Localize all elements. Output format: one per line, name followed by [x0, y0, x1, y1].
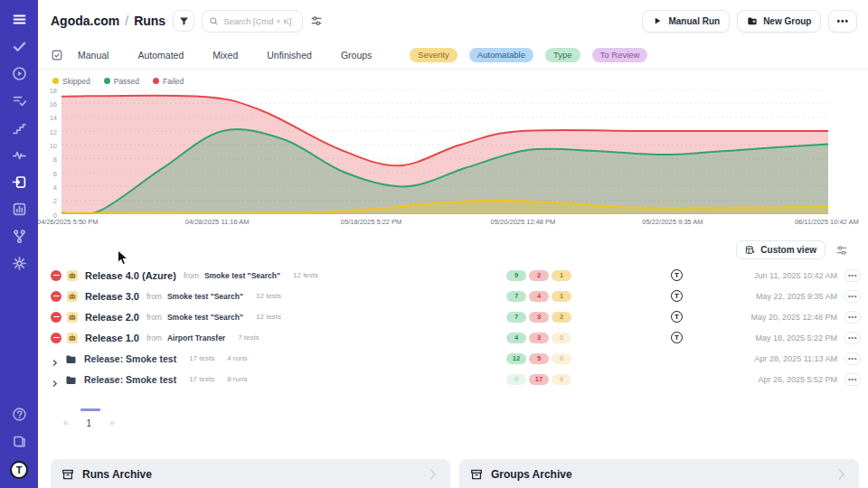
sidebar-runs-play-icon[interactable]: [12, 66, 27, 81]
y-tick: 10: [50, 142, 57, 150]
select-runs-icon[interactable]: [51, 49, 63, 61]
tab-manual[interactable]: Manual: [78, 50, 108, 61]
skipped-count-badge: 2: [552, 312, 571, 323]
group-title[interactable]: Release: Smoke test: [84, 353, 176, 364]
y-tick: 16: [50, 100, 57, 108]
reporter-logo-icon: T: [671, 269, 683, 281]
failed-count-badge: 3: [529, 333, 549, 343]
row-more-button[interactable]: •••: [844, 311, 861, 324]
chart-section: SkippedPassedFailed 024681012141618 04/2…: [38, 70, 868, 230]
legend-skipped[interactable]: Skipped: [52, 77, 90, 86]
result-badges: 430: [506, 333, 571, 343]
search-input[interactable]: [223, 16, 296, 26]
x-tick: 05/22/2025 9:35 AM: [642, 218, 703, 226]
search-box[interactable]: [202, 10, 303, 33]
new-group-button[interactable]: New Group: [737, 10, 821, 33]
sidebar-import-box-icon[interactable]: [12, 174, 27, 190]
automated-run-icon: [67, 312, 78, 323]
run-title[interactable]: Release 3.0: [85, 291, 139, 302]
runs-archive-toggle[interactable]: Runs Archive: [51, 459, 450, 488]
passed-count-badge: 12: [506, 353, 526, 364]
custom-view-label: Custom view: [760, 245, 816, 255]
filter-pill-severity[interactable]: Severity: [410, 48, 457, 62]
chevron-right-icon: [425, 467, 439, 482]
sidebar-logo[interactable]: T: [10, 461, 28, 479]
area-chart: [61, 89, 828, 214]
chevron-right-icon: [834, 467, 848, 482]
group-runs-count: 8 runs: [227, 375, 247, 383]
manual-run-label: Manual Run: [668, 16, 720, 26]
sidebar-tests-check-icon[interactable]: [12, 39, 27, 54]
table-view-icon: [745, 245, 755, 255]
sidebar-help-icon[interactable]: [12, 407, 27, 422]
skipped-count-badge: 1: [552, 270, 571, 281]
filter-pill-to-review[interactable]: To Review: [592, 48, 648, 62]
run-title[interactable]: Release 1.0: [85, 333, 139, 343]
run-date: May 18, 2025 5:22 PM: [755, 333, 837, 343]
header-more-button[interactable]: •••: [828, 10, 857, 33]
automated-run-icon: [67, 270, 78, 281]
sidebar-branches-icon[interactable]: [12, 229, 27, 244]
passed-count-badge: 7: [506, 291, 526, 302]
filter-pill-automatable[interactable]: Automatable: [469, 48, 533, 62]
sidebar-analytics-icon[interactable]: [12, 202, 27, 217]
row-more-button[interactable]: •••: [844, 373, 861, 386]
legend-label: Skipped: [62, 77, 90, 86]
sidebar-settings-gear-icon[interactable]: [12, 256, 27, 271]
run-source[interactable]: Smoke test "Search": [167, 292, 243, 301]
group-tests-count: 17 tests: [189, 354, 214, 362]
sidebar-plans-list-icon[interactable]: [12, 93, 27, 108]
breadcrumb-project[interactable]: Agoda.com: [51, 14, 119, 28]
failed-count-badge: 17: [529, 374, 549, 385]
runs-archive-card: Runs Archive: [51, 459, 450, 488]
table-row[interactable]: Release 2.0fromSmoke test "Search"12 tes…: [51, 306, 861, 327]
sidebar-docs-icon[interactable]: [12, 434, 27, 449]
table-row[interactable]: Release: Smoke test17 tests8 runs0170Apr…: [51, 369, 861, 389]
sidebar-pulse-icon[interactable]: [12, 147, 27, 163]
expand-chevron-icon[interactable]: [51, 375, 59, 383]
run-date: Apr 28, 2025 11:13 AM: [755, 354, 837, 363]
tab-unfinished[interactable]: Unfinished: [267, 50, 312, 61]
skipped-count-badge: 1: [552, 291, 571, 302]
run-date: May 20, 2025 12:48 PM: [750, 313, 837, 322]
legend-passed[interactable]: Passed: [104, 77, 139, 86]
table-row[interactable]: Release 4.0 (Azure)fromSmoke test "Searc…: [51, 265, 861, 286]
run-source[interactable]: Airport Transfer: [167, 333, 225, 343]
tab-automated[interactable]: Automated: [137, 50, 184, 61]
run-source[interactable]: Smoke test "Search": [204, 271, 280, 280]
run-title[interactable]: Release 2.0: [85, 312, 139, 323]
filter-button[interactable]: [173, 10, 194, 32]
list-settings-icon[interactable]: [835, 244, 848, 257]
manual-run-button[interactable]: Manual Run: [642, 10, 730, 33]
sidebar-steps-icon[interactable]: [12, 120, 27, 136]
row-more-button[interactable]: •••: [844, 352, 861, 365]
runs-list-section: Custom view Release 4.0 (Azure)fromSmoke…: [38, 230, 868, 428]
run-source[interactable]: Smoke test "Search": [167, 313, 243, 322]
x-tick: 04/26/2025 5:50 PM: [38, 218, 99, 226]
sidebar-menu-icon[interactable]: [12, 12, 27, 27]
passed-count-badge: 9: [506, 270, 526, 281]
expand-chevron-icon[interactable]: [51, 354, 59, 362]
custom-view-button[interactable]: Custom view: [736, 240, 826, 259]
row-more-button[interactable]: •••: [844, 290, 861, 303]
main-content: Agoda.com / Runs Manual Run New Group: [38, 0, 868, 488]
pagination-next[interactable]: »: [109, 418, 115, 427]
automated-run-icon: [67, 333, 78, 343]
tab-mixed[interactable]: Mixed: [212, 50, 238, 61]
groups-archive-card: Groups Archive: [459, 459, 859, 488]
legend-failed[interactable]: Failed: [153, 77, 184, 86]
search-settings-icon[interactable]: [310, 14, 323, 27]
table-row[interactable]: Release: Smoke test17 tests4 runs1250Apr…: [51, 348, 861, 369]
filter-pill-type[interactable]: Type: [545, 48, 580, 62]
row-more-button[interactable]: •••: [844, 332, 861, 344]
run-title[interactable]: Release 4.0 (Azure): [85, 270, 176, 281]
group-title[interactable]: Release: Smoke test: [84, 374, 176, 385]
table-row[interactable]: Release 1.0fromAirport Transfer7 tests43…: [51, 327, 861, 348]
groups-archive-toggle[interactable]: Groups Archive: [459, 459, 859, 488]
pagination-prev[interactable]: «: [63, 418, 69, 427]
folder-plus-icon: [747, 15, 758, 26]
table-row[interactable]: Release 3.0fromSmoke test "Search"12 tes…: [51, 286, 861, 306]
tab-groups[interactable]: Groups: [341, 50, 372, 61]
pagination-page-1[interactable]: 1: [87, 417, 92, 428]
row-more-button[interactable]: •••: [844, 269, 861, 282]
